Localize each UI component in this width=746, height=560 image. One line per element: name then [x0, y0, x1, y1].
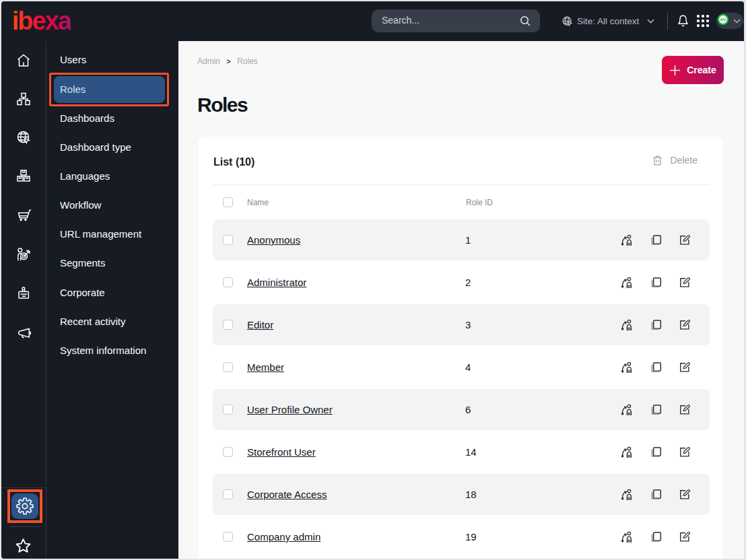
svg-text:AU: AU	[720, 17, 726, 22]
